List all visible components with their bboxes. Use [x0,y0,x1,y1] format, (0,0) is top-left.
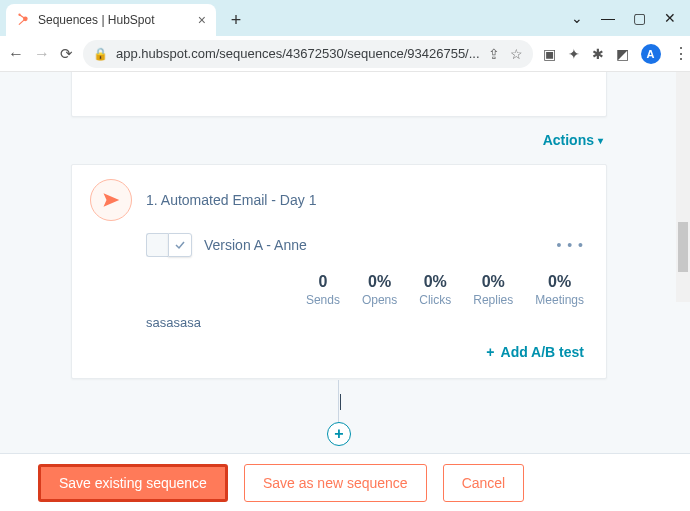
forward-icon[interactable]: → [34,45,50,63]
add-step-button[interactable]: + [327,422,351,446]
star-icon[interactable]: ☆ [510,46,523,62]
save-as-new-sequence-button[interactable]: Save as new sequence [244,464,427,502]
previous-card-partial [71,72,607,117]
chrome-menu-icon[interactable]: ⋮ [673,44,689,63]
svg-point-3 [18,14,20,16]
tab-close-icon[interactable]: × [198,12,206,28]
insert-caret [340,394,341,410]
svg-line-1 [19,19,25,25]
save-existing-sequence-button[interactable]: Save existing sequence [38,464,228,502]
sequence-step-card: 1. Automated Email - Day 1 Version A - A… [71,164,607,379]
metric-meetings: 0% Meetings [535,273,584,307]
lock-icon: 🔒 [93,47,108,61]
step-connector-line [338,380,339,422]
browser-tab[interactable]: Sequences | HubSpot × [6,4,216,36]
window-controls: ⌄ ― ▢ ✕ [571,10,690,36]
version-label: Version A - Anne [204,237,307,253]
hubspot-favicon-icon [16,13,30,27]
page-body: Actions ▾ 1. Automated Email - Day 1 Ver… [0,72,690,511]
version-toggle[interactable] [146,233,192,257]
close-window-icon[interactable]: ✕ [664,10,676,26]
url-text: app.hubspot.com/sequences/43672530/seque… [116,46,480,61]
minimize-icon[interactable]: ― [601,10,615,26]
browser-titlebar: Sequences | HubSpot × + ⌄ ― ▢ ✕ [0,0,690,36]
check-icon [168,233,192,257]
omnibox[interactable]: 🔒 app.hubspot.com/sequences/43672530/seq… [83,40,533,68]
browser-toolbar: ← → ⟳ 🔒 app.hubspot.com/sequences/436725… [0,36,690,72]
caret-down-icon: ▾ [598,135,603,146]
reload-icon[interactable]: ⟳ [60,45,73,63]
actions-dropdown[interactable]: Actions ▾ [543,132,603,148]
extension-icon-1[interactable]: ▣ [543,46,556,62]
metric-clicks: 0% Clicks [419,273,451,307]
add-ab-test-button[interactable]: + Add A/B test [486,344,584,360]
new-tab-button[interactable]: + [222,6,250,34]
profile-avatar[interactable]: A [641,44,661,64]
scrollbar-track[interactable] [676,72,690,302]
metric-sends: 0 Sends [306,273,340,307]
share-icon[interactable]: ⇪ [488,46,500,62]
extension-icon-3[interactable]: ◩ [616,46,629,62]
plus-icon: + [486,344,494,360]
maximize-icon[interactable]: ▢ [633,10,646,26]
metric-replies: 0% Replies [473,273,513,307]
automated-email-icon [90,179,132,221]
actions-label: Actions [543,132,594,148]
tab-title: Sequences | HubSpot [38,13,190,27]
add-ab-label: Add A/B test [501,344,584,360]
step-title: 1. Automated Email - Day 1 [146,192,316,208]
metrics-row: 0 Sends 0% Opens 0% Clicks 0% Replies 0%… [72,267,606,311]
metric-opens: 0% Opens [362,273,397,307]
footer-bar: Save existing sequence Save as new seque… [0,453,690,511]
cancel-button[interactable]: Cancel [443,464,525,502]
extensions-puzzle-icon[interactable]: ✱ [592,46,604,62]
step-more-icon[interactable]: • • • [557,237,584,253]
chevron-down-icon[interactable]: ⌄ [571,10,583,26]
scrollbar-thumb[interactable] [678,222,688,272]
back-icon[interactable]: ← [8,45,24,63]
extension-icon-2[interactable]: ✦ [568,46,580,62]
email-preview-text: sasasasa [72,311,606,338]
